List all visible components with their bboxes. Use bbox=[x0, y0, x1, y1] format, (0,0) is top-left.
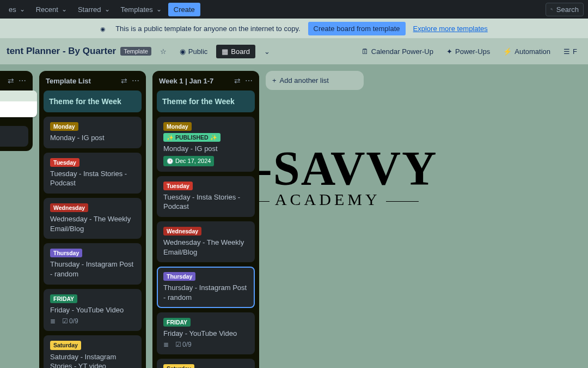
list: ⇄⋯on thisdeo bbox=[0, 71, 33, 151]
explore-templates-link[interactable]: Explore more templates bbox=[413, 25, 488, 33]
globe-icon bbox=[100, 25, 108, 33]
card-label[interactable]: Thursday bbox=[163, 272, 195, 281]
description-icon bbox=[50, 317, 57, 325]
card-title: deo bbox=[0, 131, 22, 141]
card[interactable]: ThursdayThursday - Instagram Post - rand… bbox=[44, 243, 142, 284]
list-title[interactable]: Week 1 | Jan 1-7 bbox=[159, 77, 213, 85]
card-title: Friday - YouTube Video bbox=[163, 329, 248, 339]
card-title: Wednesday - The Weekly Email/Blog bbox=[50, 214, 135, 233]
card[interactable]: SaturdaySaturday - Instagram Stories - Y… bbox=[157, 359, 255, 368]
collapse-icon[interactable]: ⇄ bbox=[234, 76, 241, 85]
card-label[interactable]: Tuesday bbox=[50, 158, 79, 167]
template-banner: This is a public template for anyone on … bbox=[0, 19, 588, 38]
card-label[interactable]: Thursday bbox=[50, 249, 82, 257]
card[interactable]: SaturdaySaturday - Instagram Stories - Y… bbox=[44, 335, 142, 368]
card-label[interactable]: Monday bbox=[50, 122, 78, 131]
card-title: Monday - IG post bbox=[163, 144, 248, 154]
collapse-icon[interactable]: ⇄ bbox=[8, 76, 14, 85]
card-label[interactable]: Saturday bbox=[163, 364, 194, 368]
nav-starred[interactable]: Starred bbox=[74, 3, 114, 16]
due-date-badge[interactable]: Dec 17, 2024 bbox=[163, 156, 214, 166]
card[interactable]: TuesdayTuesday - Insta Stories - Podcast bbox=[44, 153, 142, 194]
template-badge: Template bbox=[120, 47, 151, 56]
automation-button[interactable]: ⚡Automation bbox=[499, 45, 555, 58]
filter-icon: ☰ bbox=[564, 47, 570, 56]
calendar-icon: 🗓 bbox=[362, 47, 369, 56]
card-title: Friday - YouTube Video bbox=[50, 305, 135, 315]
card-title: Wednesday - The Weekly Email/Blog bbox=[163, 238, 248, 257]
card-title: Monday - IG post bbox=[50, 133, 135, 143]
card-title: Tuesday - Insta Stories - Podcast bbox=[163, 192, 248, 212]
search-placeholder: Search bbox=[556, 5, 579, 14]
checklist-badge: 0/9 bbox=[175, 340, 192, 349]
create-board-from-template-button[interactable]: Create board from template bbox=[308, 22, 406, 35]
card[interactable]: WednesdayWednesday - The Weekly Email/Bl… bbox=[44, 198, 142, 239]
top-nav: es Recent Starred Templates Create Searc… bbox=[0, 0, 588, 19]
board-view-button[interactable]: ▦Board bbox=[216, 45, 255, 58]
board-canvas[interactable]: H-SAVVY ACADEMY ⇄⋯on thisdeoTemplate Lis… bbox=[0, 64, 588, 368]
theme-card[interactable]: Theme for the Week bbox=[44, 91, 142, 112]
card-label[interactable]: FRIDAY bbox=[163, 318, 191, 327]
view-switch-button[interactable]: ⌄ bbox=[260, 45, 274, 58]
powerups-button[interactable]: ✦Power-Ups bbox=[442, 45, 494, 58]
card-label[interactable]: Monday bbox=[163, 122, 192, 131]
nav-workspaces[interactable]: es bbox=[4, 3, 29, 16]
list-header: Week 1 | Jan 1-7⇄⋯ bbox=[157, 75, 255, 86]
plus-icon: + bbox=[272, 76, 277, 85]
list-header: ⇄⋯ bbox=[0, 75, 28, 86]
card-label[interactable]: Saturday bbox=[50, 341, 81, 349]
description-icon bbox=[163, 340, 170, 349]
visibility-button[interactable]: ◉Public bbox=[175, 45, 212, 58]
list: Template List⇄⋯Theme for the WeekMondayM… bbox=[39, 71, 146, 368]
list-menu-icon[interactable]: ⋯ bbox=[19, 76, 26, 85]
list-header: Template List⇄⋯ bbox=[44, 75, 142, 86]
card[interactable]: WednesdayWednesday - The Weekly Email/Bl… bbox=[157, 221, 255, 262]
add-list-button[interactable]: +Add another list bbox=[266, 71, 364, 90]
card[interactable]: TuesdayTuesday - Insta Stories - Podcast bbox=[157, 176, 255, 217]
star-button[interactable]: ☆ bbox=[156, 45, 171, 58]
card-title: Thursday - Instagram Post - random bbox=[163, 283, 248, 302]
nav-templates[interactable]: Templates bbox=[117, 3, 166, 16]
card[interactable]: FRIDAYFriday - YouTube Video0/9 bbox=[44, 289, 142, 331]
card-label[interactable]: Wednesday bbox=[50, 203, 88, 212]
calendar-powerup-button[interactable]: 🗓Calendar Power-Up bbox=[357, 45, 438, 58]
list-title[interactable]: Template List bbox=[46, 77, 91, 85]
card-title: Tuesday - Insta Stories - Podcast bbox=[50, 169, 135, 188]
card-title: Saturday - Instagram Stories - YT video bbox=[50, 352, 135, 368]
card-label[interactable]: FRIDAY bbox=[50, 294, 77, 303]
card[interactable]: deo bbox=[0, 126, 28, 147]
card[interactable]: MondayMonday - IG post bbox=[44, 117, 142, 148]
card[interactable]: FRIDAYFriday - YouTube Video0/9 bbox=[157, 312, 255, 355]
banner-text: This is a public template for anyone on … bbox=[115, 25, 300, 33]
theme-card[interactable]: Theme for the Week bbox=[157, 91, 255, 112]
card[interactable]: Monday✨ PUBLISHED ✨Monday - IG postDec 1… bbox=[157, 117, 255, 172]
card-title: Thursday - Instagram Post - random bbox=[50, 260, 135, 279]
filter-button[interactable]: ☰F bbox=[559, 45, 581, 58]
rocket-icon: ✦ bbox=[446, 47, 452, 56]
card-label[interactable]: ✨ PUBLISHED ✨ bbox=[163, 133, 220, 142]
nav-recent[interactable]: Recent bbox=[32, 3, 71, 16]
list-menu-icon[interactable]: ⋯ bbox=[132, 76, 139, 85]
board-header: tent Planner - By Quarter Template ☆ ◉Pu… bbox=[0, 38, 588, 64]
checklist-badge: 0/9 bbox=[62, 317, 78, 325]
card[interactable]: on this bbox=[0, 91, 37, 117]
list-menu-icon[interactable]: ⋯ bbox=[245, 76, 253, 85]
card-label[interactable]: Tuesday bbox=[163, 182, 193, 190]
card[interactable]: ThursdayThursday - Instagram Post - rand… bbox=[157, 267, 255, 307]
search-icon bbox=[550, 5, 553, 13]
card-label[interactable]: Wednesday bbox=[163, 227, 201, 236]
globe-icon: ◉ bbox=[180, 47, 186, 56]
collapse-icon[interactable]: ⇄ bbox=[121, 76, 127, 85]
list: Week 1 | Jan 1-7⇄⋯Theme for the WeekMond… bbox=[152, 71, 259, 368]
board-icon: ▦ bbox=[222, 47, 228, 56]
search-input[interactable]: Search bbox=[546, 3, 584, 16]
board-title[interactable]: tent Planner - By Quarter bbox=[7, 46, 116, 57]
bolt-icon: ⚡ bbox=[503, 47, 512, 56]
create-button[interactable]: Create bbox=[168, 3, 200, 16]
